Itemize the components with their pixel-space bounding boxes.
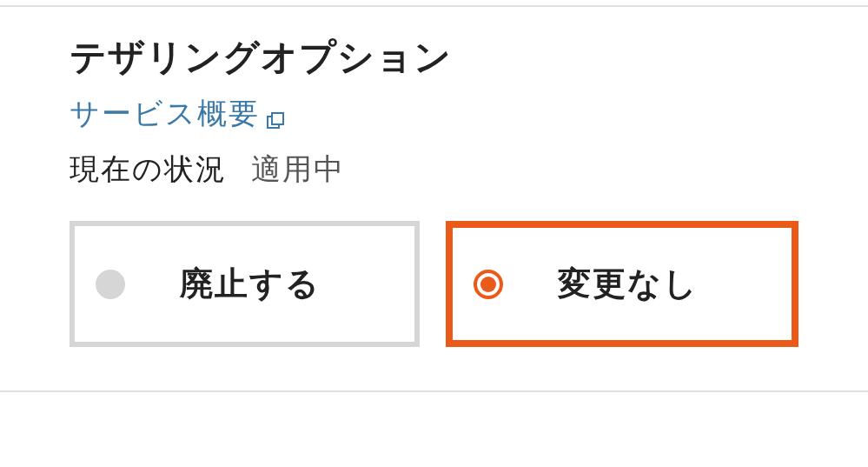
status-value: 適用中 <box>251 150 345 190</box>
option-nochange[interactable]: 変更なし <box>446 221 799 347</box>
service-overview-link[interactable]: サービス概要 <box>70 94 286 134</box>
section-title: テザリングオプション <box>70 33 798 82</box>
external-link-icon <box>265 105 286 126</box>
tethering-option-section: テザリングオプション サービス概要 現在の状況 適用中 廃止する 変更なし <box>0 5 868 392</box>
option-cancel[interactable]: 廃止する <box>70 221 420 347</box>
status-row: 現在の状況 適用中 <box>70 150 798 190</box>
radio-unselected-icon <box>96 270 125 299</box>
svg-rect-1 <box>272 113 283 124</box>
service-link-label: サービス概要 <box>70 94 260 134</box>
option-cancel-label: 廃止する <box>134 262 394 306</box>
radio-selected-icon <box>474 270 503 299</box>
status-label: 現在の状況 <box>70 150 227 190</box>
options-row: 廃止する 変更なし <box>70 221 798 347</box>
option-nochange-label: 変更なし <box>512 262 772 306</box>
